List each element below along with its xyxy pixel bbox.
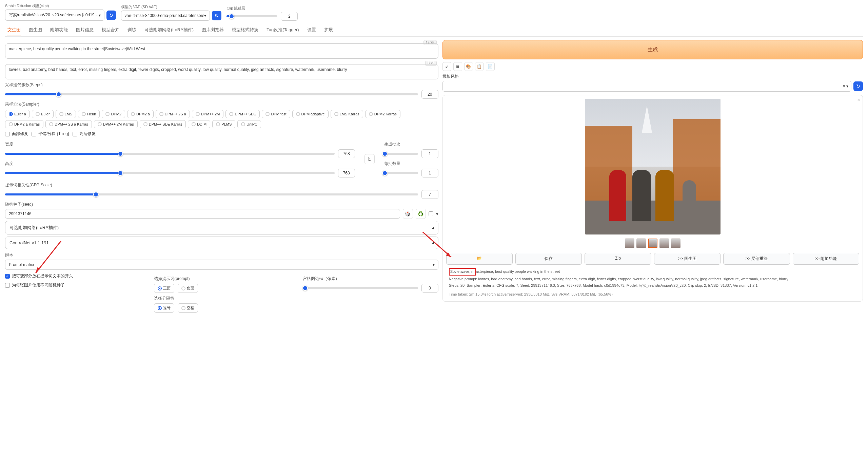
vae-select[interactable]: vae-ft-mse-840000-ema-pruned.safetensors… [121,11,210,21]
palette-button[interactable]: 🎨 [464,62,473,71]
thumb-1[interactable] [636,239,646,248]
img2img-button[interactable]: >> 图生图 [654,253,721,265]
comma-radio[interactable]: 逗号 [154,303,174,313]
opt2-check[interactable]: 为每张图片使用不同随机种子 [5,282,140,288]
sampler-dpm-2m[interactable]: DPM++ 2M [192,110,224,118]
chevron-down-icon: ▾ [204,13,206,18]
cfg-slider[interactable] [5,193,418,195]
height-value[interactable]: 768 [338,169,355,177]
positive-radio[interactable]: 正面 [154,284,174,293]
tab-2[interactable]: 附加功能 [50,24,68,36]
seed-input[interactable]: 2991371146 [5,209,400,219]
zip-button[interactable]: Zip [585,253,651,265]
generate-button[interactable]: 生成 [442,40,863,59]
style-select[interactable]: × ▾ [442,81,851,92]
sampler-dpm2[interactable]: DPM2 [102,110,125,118]
extras-button[interactable]: >> 附加功能 [793,253,859,265]
info-l1-rest: asterpiece, best quality,people walking … [476,269,560,274]
seed-extra-check[interactable] [429,211,433,216]
sampler-dpm-2s-a[interactable]: DPM++ 2S a [156,110,190,118]
opt1-check[interactable]: ✓把可变部分放在提示词文本的开头 [5,273,140,279]
save-button[interactable]: 保存 [515,253,582,265]
steps-slider[interactable] [5,93,418,95]
dice-button[interactable]: 🎲 [403,209,413,219]
recycle-button[interactable]: ♻️ [416,209,426,219]
width-slider[interactable] [5,153,335,155]
hires-check[interactable]: 高清修复 [73,131,96,137]
ckpt-label: Stable Diffusion 模型(ckpt) [5,3,116,8]
tab-4[interactable]: 模型合并 [101,24,120,36]
sampler-euler-a[interactable]: Euler a [5,110,30,118]
width-value[interactable]: 768 [338,149,355,158]
sampler-dpm2-a-karras[interactable]: DPM2 a Karras [5,120,43,128]
steps-value[interactable]: 20 [421,90,438,99]
sampler-dpm-sde[interactable]: DPM++ SDE [225,110,260,118]
cfg-value[interactable]: 7 [421,190,438,199]
file-button[interactable]: 📄 [486,62,495,71]
chevron-down-icon[interactable]: ▾ [436,211,438,217]
ckpt-refresh-button[interactable]: ↻ [106,11,116,20]
negative-radio[interactable]: 负面 [178,284,198,293]
thumb-3[interactable] [659,239,669,248]
height-slider[interactable] [5,172,335,174]
arrow-tool-button[interactable]: ↙ [442,62,451,71]
sampler-dpm-fast[interactable]: DPM fast [262,110,290,118]
sampler-heun[interactable]: Heun [78,110,100,118]
tab-10[interactable]: 设置 [307,24,317,36]
restore-face-check[interactable]: 面部修复 [5,131,28,137]
sampler-dpm-2s-a-karras[interactable]: DPM++ 2S a Karras [45,120,92,128]
tab-1[interactable]: 图生图 [28,24,43,36]
chevron-down-icon: ▾ [99,13,101,18]
positive-prompt[interactable]: masterpiece, best quality,people walking… [5,43,438,59]
clipboard-button[interactable]: 📋 [475,62,484,71]
batch-count-slider[interactable] [384,153,418,155]
sampler-plms[interactable]: PLMS [212,120,235,128]
sampler-euler[interactable]: Euler [32,110,54,118]
margin-value[interactable]: 0 [421,284,438,293]
sampler-dpm2-karras[interactable]: DPM2 Karras [365,110,400,118]
caret-left-icon: ◂ [432,240,434,245]
space-radio[interactable]: 空格 [178,303,198,313]
lora-accordion[interactable]: 可选附加网络(LoRA插件)◂ [5,221,438,234]
script-label: 脚本 [5,252,438,258]
batch-count-value[interactable]: 1 [421,149,438,158]
thumb-0[interactable] [625,239,634,248]
tab-5[interactable]: 训练 [127,24,137,36]
tab-11[interactable]: 扩展 [323,24,334,36]
tab-0[interactable]: 文生图 [7,24,21,36]
sampler-ddim[interactable]: DDIM [188,120,210,128]
clip-slider[interactable] [226,15,277,17]
vae-refresh-button[interactable]: ↻ [212,11,221,20]
sampler-dpm-2m-karras[interactable]: DPM++ 2M Karras [94,120,138,128]
batch-size-slider[interactable] [384,172,418,174]
thumb-2[interactable] [648,239,657,248]
sampler-lms-karras[interactable]: LMS Karras [331,110,363,118]
seed-label: 随机种子(seed) [5,202,438,207]
ckpt-select[interactable]: 写实\realisticVisionV20_v20.safetensors [c… [5,10,104,21]
tab-8[interactable]: 模型格式转换 [231,24,259,36]
sampler-dpm2-a[interactable]: DPM2 a [127,110,154,118]
close-icon[interactable]: × [857,97,860,102]
batch-size-value[interactable]: 1 [421,169,438,177]
tab-6[interactable]: 可选附加网络(LoRA插件) [144,24,194,36]
output-image[interactable] [585,99,721,234]
clip-value[interactable]: 2 [281,12,298,21]
folder-button[interactable]: 📂 [446,253,513,265]
thumb-4[interactable] [671,239,680,248]
script-select[interactable]: Prompt matrix▾ [5,260,438,270]
tab-9[interactable]: Tag反推(Tagger) [266,24,299,36]
tiling-check[interactable]: 平铺/分块 (Tiling) [32,131,69,137]
swap-wh-button[interactable]: ⇅ [364,154,375,164]
tab-3[interactable]: 图片信息 [75,24,94,36]
sampler-lms[interactable]: LMS [56,110,76,118]
trash-button[interactable]: 🗑 [453,62,462,71]
controlnet-accordion[interactable]: ControlNet v1.1.191◂ [5,237,438,249]
tab-7[interactable]: 图库浏览器 [201,24,224,36]
negative-prompt[interactable]: lowres, bad anatomy, bad hands, text, er… [5,64,438,79]
sampler-unipc[interactable]: UniPC [237,120,261,128]
margin-slider[interactable] [303,287,418,289]
style-refresh-button[interactable]: ↻ [853,81,863,91]
sampler-dpm-adaptive[interactable]: DPM adaptive [292,110,329,118]
inpaint-button[interactable]: >> 局部重绘 [723,253,790,265]
sampler-dpm-sde-karras[interactable]: DPM++ SDE Karras [140,120,186,128]
